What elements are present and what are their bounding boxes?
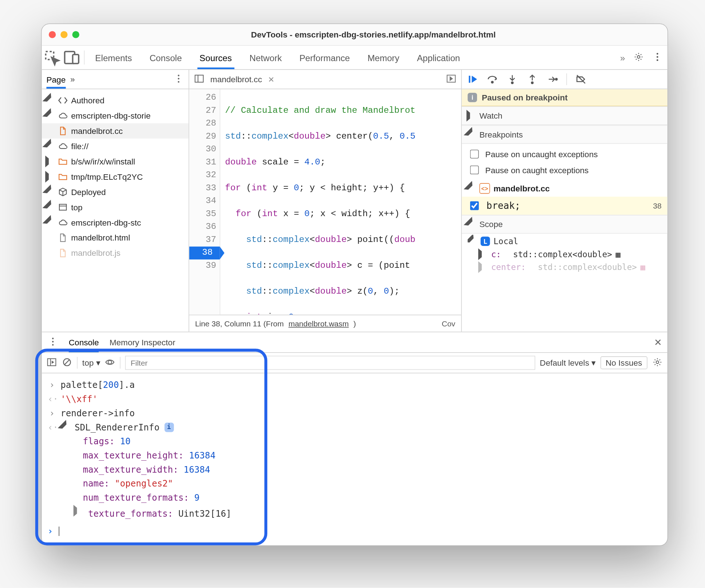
section-watch[interactable]: Watch bbox=[462, 106, 667, 125]
navigator-tab-page[interactable]: Page bbox=[46, 75, 66, 89]
memory-inspect-icon[interactable]: ▦ bbox=[616, 250, 621, 259]
console-settings-icon[interactable] bbox=[652, 357, 663, 369]
cube-icon bbox=[58, 187, 68, 197]
code-angle-icon bbox=[58, 96, 68, 105]
svg-point-17 bbox=[555, 78, 557, 80]
svg-rect-13 bbox=[469, 76, 470, 83]
svg-point-6 bbox=[657, 59, 658, 61]
info-icon: i bbox=[468, 93, 477, 102]
resume-icon[interactable] bbox=[466, 74, 478, 85]
svg-point-20 bbox=[52, 344, 54, 345]
tab-network[interactable]: Network bbox=[247, 46, 284, 69]
tab-performance[interactable]: Performance bbox=[297, 46, 352, 69]
tree-file-mandelbrot-cc[interactable]: mandelbrot.cc bbox=[42, 123, 189, 139]
svg-rect-11 bbox=[195, 75, 204, 82]
overflow-tabs-button[interactable]: » bbox=[620, 52, 625, 62]
navigator-panel: Page » Authored emscripten-dbg-storie ma… bbox=[42, 70, 189, 332]
svg-rect-2 bbox=[73, 55, 79, 64]
svg-point-24 bbox=[656, 361, 659, 363]
cloud-icon bbox=[58, 218, 68, 227]
tab-console[interactable]: Console bbox=[147, 46, 184, 69]
run-snippet-icon[interactable] bbox=[446, 73, 457, 86]
file-badge-icon: <> bbox=[479, 183, 490, 194]
paused-banner: i Paused on breakpoint bbox=[462, 89, 667, 106]
console-sidebar-toggle-icon[interactable] bbox=[46, 357, 57, 369]
folder-icon bbox=[58, 157, 68, 166]
file-icon bbox=[58, 233, 68, 242]
svg-point-15 bbox=[511, 82, 513, 84]
console-body[interactable]: ›palette[200].a ‹·'\\xff' ›renderer->inf… bbox=[42, 373, 667, 545]
close-tab-icon[interactable]: ✕ bbox=[268, 75, 275, 84]
svg-point-16 bbox=[531, 82, 533, 84]
clear-console-icon[interactable] bbox=[62, 357, 72, 369]
kebab-menu-icon[interactable] bbox=[652, 51, 663, 64]
editor-panel: mandelbrot.cc ✕ 26 27 28 29 30 31 32 33 … bbox=[189, 70, 462, 332]
pause-uncaught-checkbox[interactable]: Pause on uncaught exceptions bbox=[468, 146, 661, 162]
context-selector[interactable]: top ▾ bbox=[82, 358, 100, 368]
tab-elements[interactable]: Elements bbox=[93, 46, 134, 69]
pause-caught-checkbox[interactable]: Pause on caught exceptions bbox=[468, 162, 661, 178]
svg-point-5 bbox=[657, 56, 658, 57]
svg-point-18 bbox=[52, 337, 54, 339]
frame-icon bbox=[58, 203, 68, 212]
svg-point-23 bbox=[108, 360, 112, 364]
navigator-kebab[interactable] bbox=[173, 73, 184, 86]
deactivate-breakpoints-icon[interactable] bbox=[575, 74, 587, 85]
breakpoint-file-row[interactable]: <>mandelbrot.cc bbox=[462, 180, 667, 196]
devtools-window: DevTools - emscripten-dbg-stories.netlif… bbox=[41, 24, 668, 546]
window-title: DevTools - emscripten-dbg-stories.netlif… bbox=[86, 30, 660, 39]
svg-point-14 bbox=[492, 81, 493, 83]
svg-point-3 bbox=[637, 55, 640, 58]
section-breakpoints[interactable]: Breakpoints bbox=[462, 125, 667, 144]
local-badge: L bbox=[481, 237, 490, 246]
editor-status-bar: Line 38, Column 11 (From mandelbrot.wasm… bbox=[189, 315, 461, 332]
minimize-dot[interactable] bbox=[60, 31, 67, 38]
folder-icon bbox=[58, 172, 68, 182]
breakpoint-line-row[interactable]: break;38 bbox=[462, 196, 667, 215]
info-badge-icon[interactable]: i bbox=[164, 423, 174, 432]
step-into-icon[interactable] bbox=[507, 74, 518, 85]
file-orange-icon bbox=[58, 248, 68, 258]
section-scope[interactable]: Scope bbox=[462, 215, 667, 234]
traffic-lights bbox=[49, 31, 79, 38]
svg-point-19 bbox=[52, 341, 54, 342]
drawer-panel: Console Memory Inspector ✕ top ▾ Default… bbox=[42, 332, 667, 545]
svg-rect-10 bbox=[59, 204, 66, 210]
drawer-tab-memory[interactable]: Memory Inspector bbox=[110, 338, 176, 347]
editor-tab[interactable]: mandelbrot.cc ✕ bbox=[210, 75, 275, 84]
drawer-close-icon[interactable]: ✕ bbox=[654, 337, 662, 348]
drawer-kebab[interactable] bbox=[48, 336, 58, 349]
svg-point-8 bbox=[178, 78, 179, 79]
device-toggle-icon[interactable] bbox=[62, 46, 82, 69]
svg-point-7 bbox=[178, 74, 179, 76]
settings-icon[interactable] bbox=[633, 51, 644, 64]
file-tree[interactable]: Authored emscripten-dbg-storie mandelbro… bbox=[42, 89, 189, 331]
zoom-dot[interactable] bbox=[72, 31, 79, 38]
main-tab-bar: Elements Console Sources Network Perform… bbox=[42, 46, 667, 70]
live-expression-icon[interactable] bbox=[105, 357, 115, 369]
collapse-sidebar-icon[interactable] bbox=[194, 73, 204, 86]
tab-application[interactable]: Application bbox=[414, 46, 462, 69]
cloud-icon bbox=[58, 142, 68, 151]
levels-dropdown[interactable]: Default levels ▾ bbox=[540, 358, 595, 368]
step-out-icon[interactable] bbox=[527, 74, 538, 85]
tab-memory[interactable]: Memory bbox=[365, 46, 402, 69]
close-dot[interactable] bbox=[49, 31, 56, 38]
console-filter-input[interactable] bbox=[125, 356, 535, 370]
issues-button[interactable]: No Issues bbox=[600, 356, 647, 369]
code-area[interactable]: 26 27 28 29 30 31 32 33 34 35 36 37 38 3… bbox=[189, 89, 461, 315]
title-bar: DevTools - emscripten-dbg-stories.netlif… bbox=[42, 24, 667, 46]
step-over-icon[interactable] bbox=[487, 74, 498, 85]
navigator-header: Page » bbox=[42, 70, 189, 89]
inspect-icon[interactable] bbox=[42, 46, 62, 69]
svg-point-9 bbox=[178, 81, 179, 82]
svg-point-4 bbox=[657, 53, 658, 55]
drawer-tab-console[interactable]: Console bbox=[69, 338, 99, 352]
navigator-overflow-button[interactable]: » bbox=[70, 75, 75, 84]
cloud-icon bbox=[58, 111, 68, 120]
tab-sources[interactable]: Sources bbox=[197, 46, 234, 69]
sourcemap-link[interactable]: mandelbrot.wasm bbox=[288, 319, 349, 328]
debugger-panel: i Paused on breakpoint Watch Breakpoints… bbox=[462, 70, 667, 332]
step-icon[interactable] bbox=[546, 74, 558, 85]
file-orange-icon bbox=[58, 126, 68, 136]
